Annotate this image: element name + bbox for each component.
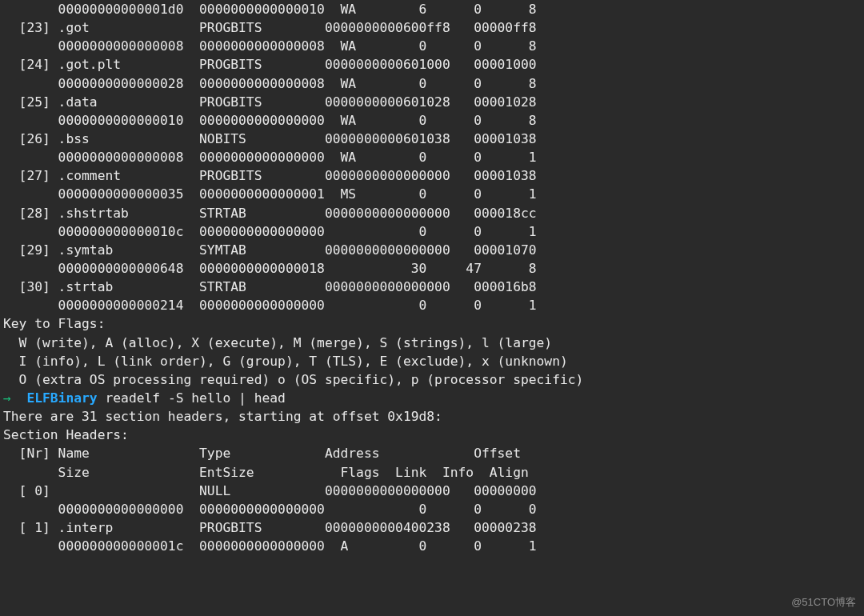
terminal-line: [24] .got.plt PROGBITS 0000000000601000 … (3, 55, 861, 74)
terminal-line: W (write), A (alloc), X (execute), M (me… (3, 334, 861, 352)
terminal-line: 0000000000000028 0000000000000008 WA 0 0… (3, 74, 861, 93)
terminal-line: [ 1] .interp PROGBITS 0000000000400238 0… (3, 518, 861, 537)
terminal-line: 0000000000000035 0000000000000001 MS 0 0… (3, 185, 861, 203)
terminal-line: Section Headers: (3, 426, 861, 444)
watermark: @51CTO博客 (791, 595, 856, 610)
terminal-line: [28] .shstrtab STRTAB 0000000000000000 0… (3, 204, 861, 222)
prompt-directory: ELFBinary (26, 390, 97, 406)
terminal-line: 0000000000000000 0000000000000000 0 0 0 (3, 500, 861, 518)
terminal-line: 000000000000010c 0000000000000000 0 0 1 (3, 222, 861, 241)
terminal-line: [25] .data PROGBITS 0000000000601028 000… (3, 93, 861, 111)
terminal-line: I (info), L (link order), G (group), T (… (3, 352, 861, 370)
terminal-line: 0000000000000214 0000000000000000 0 0 1 (3, 296, 861, 314)
terminal-line: [23] .got PROGBITS 0000000000600ff8 0000… (3, 18, 861, 37)
terminal-line: Size EntSize Flags Link Info Align (3, 463, 861, 482)
terminal-line: Key to Flags: (3, 314, 861, 333)
terminal-line: [27] .comment PROGBITS 0000000000000000 … (3, 166, 861, 185)
prompt-arrow-icon: → (3, 390, 11, 406)
terminal-line: 0000000000000010 0000000000000000 WA 0 0… (3, 111, 861, 130)
terminal-line: 00000000000001d0 0000000000000010 WA 6 0… (3, 0, 861, 18)
terminal-line: There are 31 section headers, starting a… (3, 407, 861, 426)
terminal-line: [30] .strtab STRTAB 0000000000000000 000… (3, 278, 861, 296)
terminal-line: 0000000000000648 0000000000000018 30 47 … (3, 259, 861, 278)
terminal-line: [26] .bss NOBITS 0000000000601038 000010… (3, 130, 861, 148)
prompt-command[interactable]: readelf -S hello | head (105, 390, 285, 406)
terminal-line: 0000000000000008 0000000000000000 WA 0 0… (3, 148, 861, 166)
terminal-line: O (extra OS processing required) o (OS s… (3, 370, 861, 389)
terminal-line: [Nr] Name Type Address Offset (3, 444, 861, 462)
terminal-output: 00000000000001d0 0000000000000010 WA 6 0… (0, 0, 864, 555)
terminal-line: [29] .symtab SYMTAB 0000000000000000 000… (3, 241, 861, 259)
terminal-line: 0000000000000008 0000000000000008 WA 0 0… (3, 37, 861, 55)
terminal-line: [ 0] NULL 0000000000000000 00000000 (3, 482, 861, 500)
terminal-line: 000000000000001c 0000000000000000 A 0 0 … (3, 537, 861, 555)
shell-prompt[interactable]: → ELFBinary readelf -S hello | head (3, 389, 861, 407)
